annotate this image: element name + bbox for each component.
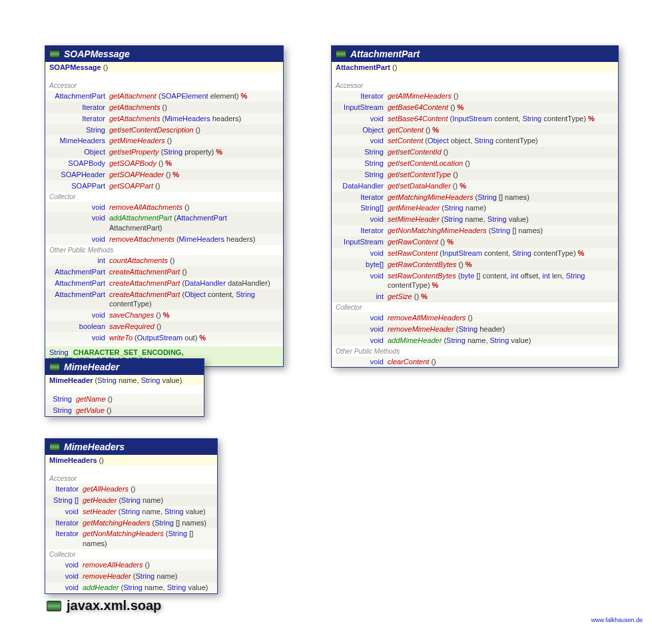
class-header: MimeHeaders xyxy=(45,439,217,455)
class-header: MimeHeader xyxy=(45,359,204,375)
method-row: SOAPBodygetSOAPBody ()% xyxy=(45,158,283,169)
class-icon xyxy=(49,363,60,371)
constructor-name: SOAPMessage xyxy=(49,63,101,71)
package-label: javax.xml.soap xyxy=(47,598,161,613)
method-row: intcountAttachments () xyxy=(45,255,283,266)
constructor-row: MimeHeader (String name, String value) xyxy=(45,375,204,386)
method-row: voidremoveHeader (String name) xyxy=(45,571,217,582)
method-row: IteratorgetNonMatchingMimeHeaders (Strin… xyxy=(332,225,618,236)
section-accessor: Accessor xyxy=(45,474,217,483)
constructor-row: SOAPMessage () xyxy=(45,62,283,73)
class-header: AttachmentPart xyxy=(332,46,618,62)
class-box-mimeheader: MimeHeader MimeHeader (String name, Stri… xyxy=(45,358,204,417)
method-row: Stringget/setContentDescription () xyxy=(45,125,283,136)
method-row: voidremoveAllMimeHeaders () xyxy=(332,312,618,324)
collector-list: voidremoveAllMimeHeaders ()voidremoveMim… xyxy=(332,312,618,346)
method-row: IteratorgetNonMatchingHeaders (String []… xyxy=(45,528,217,549)
method-row: AttachmentPartgetAttachment (SOAPElement… xyxy=(45,91,283,102)
constants-type: String xyxy=(49,348,71,356)
method-row: voidsetRawContentBytes (byte [] content,… xyxy=(332,270,618,292)
method-row: voidremoveAllAttachments () xyxy=(45,202,283,213)
method-row: voidremoveAttachments (MimeHeaders heade… xyxy=(45,234,283,245)
method-row: voidsetRawContent (InputStream content, … xyxy=(332,248,618,259)
collector-list: voidremoveAllAttachments ()voidaddAttach… xyxy=(45,202,283,245)
method-row: voidaddMimeHeader (String name, String v… xyxy=(332,335,618,346)
constructor-row: MimeHeaders () xyxy=(45,455,217,466)
accessor-list: IteratorgetAllMimeHeaders ()InputStreamg… xyxy=(332,91,618,302)
method-row: MimeHeadersgetMimeHeaders () xyxy=(45,135,283,147)
method-row: AttachmentPartcreateAttachmentPart (Data… xyxy=(45,278,283,289)
class-title: MimeHeaders xyxy=(64,442,125,452)
method-row: voidwriteTo (OutputStream out)% xyxy=(45,332,283,344)
class-body: MimeHeaders () Accessor IteratorgetAllHe… xyxy=(45,455,217,593)
method-row: IteratorgetAttachments (MimeHeaders head… xyxy=(45,113,283,125)
method-row: voidremoveAllHeaders () xyxy=(45,559,217,571)
method-row: Objectget/setProperty (String property)% xyxy=(45,147,283,158)
method-row: SOAPHeadergetSOAPHeader ()% xyxy=(45,169,283,180)
accessor-list: IteratorgetAllHeaders ()String []getHead… xyxy=(45,483,217,549)
constructor-name: AttachmentPart xyxy=(336,63,390,71)
class-box-attachmentpart: AttachmentPart AttachmentPart () Accesso… xyxy=(331,45,619,368)
method-row: StringgetValue () xyxy=(45,405,204,416)
method-row: voidsetMimeHeader (String name, String v… xyxy=(332,214,618,225)
class-icon xyxy=(336,50,346,58)
method-row: InputStreamgetBase64Content ()% xyxy=(332,102,618,113)
method-row: InputStreamgetRawContent ()% xyxy=(332,236,618,248)
package-icon xyxy=(47,601,61,611)
method-row: SOAPPartgetSOAPPart () xyxy=(45,180,283,192)
class-icon xyxy=(49,50,60,58)
section-other: Other Public Methods xyxy=(332,346,618,356)
section-accessor: Accessor xyxy=(332,81,618,91)
method-row: intgetSize ()% xyxy=(332,291,618,302)
method-row: voidsetBase64Content (InputStream conten… xyxy=(332,113,618,125)
method-row: voidaddAttachmentPart (AttachmentPart At… xyxy=(45,212,283,234)
method-row: IteratorgetMatchingHeaders (String [] na… xyxy=(45,517,217,529)
method-row: AttachmentPartcreateAttachmentPart () xyxy=(45,266,283,278)
method-row: voidaddHeader (String name, String value… xyxy=(45,582,217,593)
method-row: voidclearContent () xyxy=(332,356,618,368)
method-row: AttachmentPartcreateAttachmentPart (Obje… xyxy=(45,289,283,310)
package-name: javax.xml.soap xyxy=(67,598,161,613)
method-row: IteratorgetAttachments () xyxy=(45,102,283,113)
method-row: IteratorgetAllMimeHeaders () xyxy=(332,91,618,102)
class-body: SOAPMessage () Accessor AttachmentPartge… xyxy=(45,62,283,366)
method-row: voidsetHeader (String name, String value… xyxy=(45,506,217,517)
method-row: Stringget/setContentLocation () xyxy=(332,158,618,169)
credit-link[interactable]: www.falkhausen.de xyxy=(591,617,643,623)
class-title: AttachmentPart xyxy=(350,49,420,59)
class-title: SOAPMessage xyxy=(64,49,130,59)
method-row: booleansaveRequired () xyxy=(45,321,283,332)
section-collector: Collector xyxy=(45,549,217,559)
other-list: intcountAttachments ()AttachmentPartcrea… xyxy=(45,255,283,344)
method-row: IteratorgetMatchingMimeHeaders (String [… xyxy=(332,192,618,203)
class-icon xyxy=(49,443,60,451)
class-body: MimeHeader (String name, String value) S… xyxy=(45,375,204,416)
method-row: ObjectgetContent ()% xyxy=(332,125,618,136)
class-header: SOAPMessage xyxy=(45,46,283,62)
method-row: IteratorgetAllHeaders () xyxy=(45,483,217,495)
constructor-name: MimeHeaders xyxy=(49,456,97,464)
constructor-row: AttachmentPart () xyxy=(332,62,618,73)
class-body: AttachmentPart () Accessor IteratorgetAl… xyxy=(332,62,618,367)
method-row: voidsetContent (Object object, String co… xyxy=(332,135,618,147)
accessor-list: AttachmentPartgetAttachment (SOAPElement… xyxy=(45,91,283,192)
method-row: String[]getMimeHeader (String name) xyxy=(332,202,618,214)
method-row: Stringget/setContentId () xyxy=(332,147,618,158)
method-row: String []getHeader (String name) xyxy=(45,495,217,506)
method-row: StringgetName () xyxy=(45,394,204,405)
method-row: DataHandlerget/setDataHandler ()% xyxy=(332,180,618,192)
method-list: StringgetName ()StringgetValue () xyxy=(45,394,204,416)
section-accessor: Accessor xyxy=(45,81,283,91)
class-box-mimeheaders: MimeHeaders MimeHeaders () Accessor Iter… xyxy=(45,438,218,594)
class-title: MimeHeader xyxy=(64,362,119,372)
section-collector: Collector xyxy=(332,302,618,312)
section-collector: Collector xyxy=(45,192,283,202)
other-list: voidclearContent () xyxy=(332,356,618,368)
method-row: voidremoveMimeHeader (String header) xyxy=(332,324,618,335)
method-row: byte[]getRawContentBytes ()% xyxy=(332,259,618,270)
collector-list: voidremoveAllHeaders ()voidremoveHeader … xyxy=(45,559,217,593)
method-row: voidsaveChanges ()% xyxy=(45,310,283,321)
method-row: Stringget/setContentType () xyxy=(332,169,618,180)
class-box-soapmessage: SOAPMessage SOAPMessage () Accessor Atta… xyxy=(45,45,284,367)
section-other: Other Public Methods xyxy=(45,245,283,255)
